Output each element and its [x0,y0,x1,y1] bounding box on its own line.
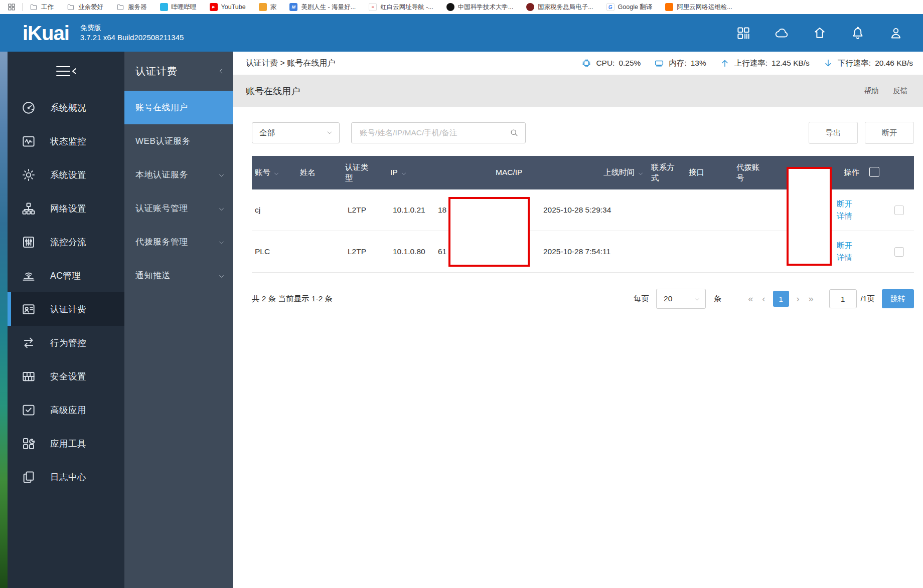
bookmark-item[interactable]: ▶ YouTube [210,3,246,11]
last-page-button[interactable]: » [804,294,818,304]
cloud-icon[interactable] [774,26,789,41]
bookmark-item[interactable]: M 美剧人生 - 海量好... [289,3,356,12]
bookmark-item[interactable]: 业余爱好 [67,3,103,12]
apps-icon[interactable] [736,26,751,41]
sliders-icon [21,235,36,250]
per-page-unit: 条 [714,294,722,304]
detail-link[interactable]: 详情 [837,252,881,264]
bookmark-item[interactable]: 中国科学技术大学... [446,3,513,12]
next-page-button[interactable]: › [792,294,804,304]
bookmark-item[interactable]: 哔哩哔哩 [160,3,197,12]
sidebar-item-label: 高级应用 [50,404,86,416]
first-page-button[interactable]: « [744,294,758,304]
bookmark-item[interactable]: 国家税务总局电子... [526,3,593,12]
home-icon[interactable] [812,26,827,41]
row-checkbox[interactable] [894,247,904,257]
cpu-chip-icon [581,58,592,69]
submenu-item-label: 通知推送 [135,270,171,281]
page-jump-input[interactable] [829,289,857,308]
bookmark-item[interactable]: 家 [259,3,277,12]
select-all-checkbox[interactable] [869,167,879,177]
search-icon[interactable] [509,128,519,138]
sidebar-item[interactable]: 日志中心 [8,460,124,494]
submenu-item-label: 本地认证服务 [135,169,188,180]
page-total-label: /1页 [861,294,875,304]
content-area: 认证计费 > 账号在线用户 CPU: 0.25% 内存: 13% 上行速率: 1… [233,52,923,588]
sidebar-item[interactable]: 流控分流 [8,225,124,259]
submenu-item[interactable]: 本地认证服务 [124,158,233,191]
submenu-item[interactable]: 代拨服务管理 [124,225,233,259]
row-checkbox[interactable] [894,206,904,215]
sidebar-item[interactable]: 安全设置 [8,359,124,393]
export-button[interactable]: 导出 [809,122,858,144]
submenu-item[interactable]: 账号在线用户 [124,91,233,124]
sidebar-item[interactable]: 认证计费 [8,292,124,326]
per-page-label: 每页 [634,294,649,304]
redaction-box [448,197,530,267]
bookmark-item[interactable]: 服务器 [116,3,147,12]
sort-chevron-icon[interactable] [273,170,279,176]
hamburger-icon [55,65,78,78]
build-label: 3.7.21 x64 Build202508211345 [80,33,184,43]
submenu-item-label: 代拨服务管理 [135,236,188,248]
sidebar-item[interactable]: 应用工具 [8,427,124,460]
search-input[interactable] [359,128,509,138]
primary-sidebar: 系统概况 状态监控 系统设置 网络设置 流控分流 [8,52,124,588]
per-page-select[interactable]: 20 [656,289,706,309]
auth-icon [21,302,36,317]
cell-actions: 断开 详情 [834,240,881,264]
advanced-icon [21,403,36,418]
sidebar-item[interactable]: 行为管控 [8,326,124,359]
table-header-cell: 姓名 [297,167,342,177]
chevron-left-icon[interactable] [218,68,225,75]
folder-icon [30,3,38,11]
folder-icon [67,3,75,11]
table-header-cell [866,167,879,179]
submenu-item-label: WEB认证服务 [135,135,191,147]
submenu-item[interactable]: WEB认证服务 [124,124,233,158]
desktop-wallpaper [0,52,8,588]
user-icon[interactable] [888,26,903,41]
bookmark-item[interactable]: 阿里云网络运维检... [665,3,732,12]
filter-type-select[interactable]: 全部 [252,122,340,143]
bookmark-label: 家 [270,3,277,12]
sidebar-item[interactable]: 状态监控 [8,124,124,158]
sidebar-item[interactable]: 高级应用 [8,393,124,427]
bookmark-item[interactable]: G Google 翻译 [606,3,653,12]
sort-chevron-icon[interactable] [638,170,644,176]
cell-online-time: 2025-10-28 7:54:11 [540,247,648,256]
browser-bookmarks-bar: 工作 业余爱好 服务器 哔哩哔哩 ▶ YouTube [0,0,923,14]
bookmark-label: Google 翻译 [618,3,653,12]
breadcrumb: 认证计费 > 账号在线用户 [246,58,335,69]
detail-link[interactable]: 详情 [837,210,881,222]
sort-chevron-icon[interactable] [401,170,407,176]
apps-grid-icon[interactable] [7,3,16,12]
ac-icon [21,268,36,283]
help-link[interactable]: 帮助 [864,86,879,96]
submenu-item[interactable]: 认证账号管理 [124,191,233,225]
prev-page-button[interactable]: ‹ [758,294,770,304]
behavior-icon [21,335,36,350]
sidebar-collapse-button[interactable] [8,52,124,91]
hby-icon: ≡ [369,3,377,11]
disconnect-link[interactable]: 断开 [837,198,881,210]
sidebar-item[interactable]: 系统设置 [8,158,124,191]
table-header-cell: 认证类型 [342,162,387,182]
feedback-link[interactable]: 反馈 [893,86,908,96]
sidebar-item-label: 系统设置 [50,169,86,181]
record-summary: 共 2 条 当前显示 1-2 条 [252,294,333,304]
sidebar-item[interactable]: 网络设置 [8,191,124,225]
bookmark-label: 工作 [41,3,54,12]
bookmark-item[interactable]: ≡ 红白云网址导航 -... [369,3,433,12]
bookmark-label: 阿里云网络运维检... [677,3,732,12]
sidebar-item[interactable]: AC管理 [8,259,124,292]
disconnect-button[interactable]: 断开 [865,122,914,144]
submenu-item[interactable]: 通知推送 [124,259,233,292]
bell-icon[interactable] [850,26,865,41]
cell-account: PLC [252,247,299,256]
page-number-button[interactable]: 1 [773,291,789,307]
jump-button[interactable]: 跳转 [882,289,914,308]
bookmark-item[interactable]: 工作 [30,3,54,12]
disconnect-link[interactable]: 断开 [837,240,881,252]
sidebar-item[interactable]: 系统概况 [8,91,124,124]
